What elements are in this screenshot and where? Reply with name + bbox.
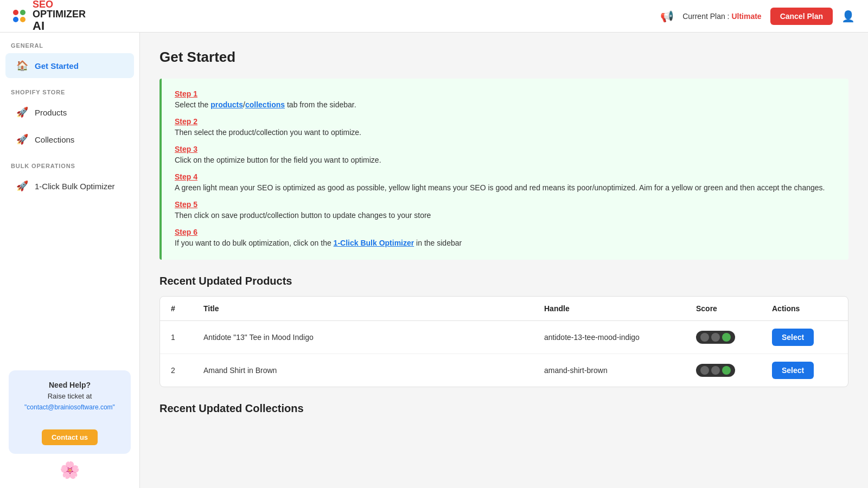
step-1-text: Select the products/collections tab from…: [175, 99, 835, 111]
collections-icon: 🚀: [16, 133, 28, 145]
step-1-heading: Step 1: [175, 89, 835, 98]
sidebar-bottom: Need Help? Raise ticket at "contact@brai…: [0, 362, 139, 488]
col-score: Score: [696, 304, 772, 313]
score-dot-3: [722, 333, 731, 342]
sidebar-item-label: 1-Click Bulk Optimizer: [35, 182, 115, 191]
sidebar-item-collections[interactable]: 🚀 Collections: [5, 127, 134, 152]
step-3-text: Click on the optimize button for the fie…: [175, 155, 835, 166]
app-body: GENERAL 🏠 Get Started SHOPIFY STORE 🚀 Pr…: [0, 33, 868, 488]
general-section-label: GENERAL: [0, 33, 139, 52]
sidebar-item-bulk-optimizer[interactable]: 🚀 1-Click Bulk Optimizer: [5, 174, 134, 198]
user-icon[interactable]: 👤: [841, 10, 855, 23]
col-num: #: [171, 304, 203, 313]
bulk-optimizer-link[interactable]: 1-Click Bulk Optimizer: [334, 239, 414, 247]
col-handle: Handle: [544, 304, 696, 313]
step-6-text: If you want to do bulk optimization, cli…: [175, 237, 835, 249]
step-5-heading: Step 5: [175, 200, 835, 209]
help-email: "contact@brainiosoftware.com": [17, 402, 122, 413]
row-handle: amand-shirt-brown: [544, 366, 696, 375]
row-action: Select: [772, 329, 837, 346]
logo-text-block: SEOOPTIMIZER AI: [33, 0, 86, 33]
steps-card: Step 1 Select the products/collections t…: [159, 79, 848, 260]
table-header: # Title Handle Score Actions: [160, 297, 848, 321]
step-6-heading: Step 6: [175, 228, 835, 236]
row-title: Antidote "13" Tee in Mood Indigo: [203, 333, 544, 342]
score-dots: [696, 364, 735, 377]
sidebar-item-label: Collections: [35, 135, 74, 144]
table-row: 1 Antidote "13" Tee in Mood Indigo antid…: [160, 321, 848, 354]
cancel-plan-button[interactable]: Cancel Plan: [770, 8, 833, 25]
topbar-right: 📢 Current Plan : Ultimate Cancel Plan 👤: [660, 8, 855, 25]
step-3-heading: Step 3: [175, 145, 835, 153]
dot-green: [20, 10, 25, 15]
logo-dots: [13, 10, 28, 22]
sidebar: GENERAL 🏠 Get Started SHOPIFY STORE 🚀 Pr…: [0, 33, 140, 488]
flower-icon: 🌸: [9, 460, 131, 479]
col-actions: Actions: [772, 304, 837, 313]
step-5-text: Then click on save product/collection bu…: [175, 210, 835, 221]
topbar: SEOOPTIMIZER AI 📢 Current Plan : Ultimat…: [0, 0, 868, 33]
bulk-operations-section-label: BULK OPERATIONS: [0, 153, 139, 172]
logo: SEOOPTIMIZER AI: [13, 0, 86, 33]
step-4-heading: Step 4: [175, 172, 835, 181]
sidebar-item-label: Products: [35, 108, 67, 117]
home-icon: 🏠: [16, 60, 28, 72]
step-4-text: A green light mean your SEO is optimized…: [175, 182, 835, 194]
recent-products-title: Recent Updated Products: [159, 275, 848, 287]
dot-blue: [13, 17, 18, 22]
sidebar-item-products[interactable]: 🚀 Products: [5, 100, 134, 125]
select-button-2[interactable]: Select: [772, 362, 814, 379]
row-num: 1: [171, 333, 203, 342]
score-dot-1: [700, 366, 709, 375]
recent-collections-title: Recent Updated Collections: [159, 402, 848, 415]
page-title: Get Started: [159, 49, 848, 66]
plan-info: Current Plan : Ultimate: [682, 12, 762, 21]
dot-red: [13, 10, 18, 15]
sidebar-item-label: Get Started: [35, 61, 79, 70]
help-raise-text: Raise ticket at: [17, 391, 122, 402]
dot-orange: [20, 17, 25, 22]
notification-icon: 📢: [660, 10, 674, 23]
row-action: Select: [772, 362, 837, 379]
help-title: Need Help?: [17, 379, 122, 391]
contact-us-button[interactable]: Contact us: [42, 429, 98, 445]
bulk-icon: 🚀: [16, 180, 28, 192]
col-title: Title: [203, 304, 544, 313]
row-num: 2: [171, 366, 203, 375]
score-dots: [696, 331, 735, 344]
step-2-text: Then select the product/collection you w…: [175, 127, 835, 138]
select-button-1[interactable]: Select: [772, 329, 814, 346]
row-score: [696, 364, 772, 377]
help-box: Need Help? Raise ticket at "contact@brai…: [9, 370, 131, 454]
products-link[interactable]: products: [210, 100, 243, 109]
score-dot-1: [700, 333, 709, 342]
sidebar-item-get-started[interactable]: 🏠 Get Started: [5, 53, 134, 78]
recent-products-table: # Title Handle Score Actions 1 Antidote …: [159, 296, 848, 387]
score-dot-3: [722, 366, 731, 375]
collections-link[interactable]: collections: [245, 100, 285, 109]
row-score: [696, 331, 772, 344]
shopify-store-section-label: SHOPIFY STORE: [0, 79, 139, 99]
main-content: Get Started Step 1 Select the products/c…: [140, 33, 868, 488]
plan-label: Current Plan :: [682, 12, 731, 21]
score-dot-2: [711, 366, 720, 375]
row-title: Amand Shirt in Brown: [203, 366, 544, 375]
step-2-heading: Step 2: [175, 117, 835, 126]
table-row: 2 Amand Shirt in Brown amand-shirt-brown…: [160, 354, 848, 387]
score-dot-2: [711, 333, 720, 342]
row-handle: antidote-13-tee-mood-indigo: [544, 333, 696, 342]
products-icon: 🚀: [16, 106, 28, 118]
plan-name: Ultimate: [731, 12, 761, 21]
